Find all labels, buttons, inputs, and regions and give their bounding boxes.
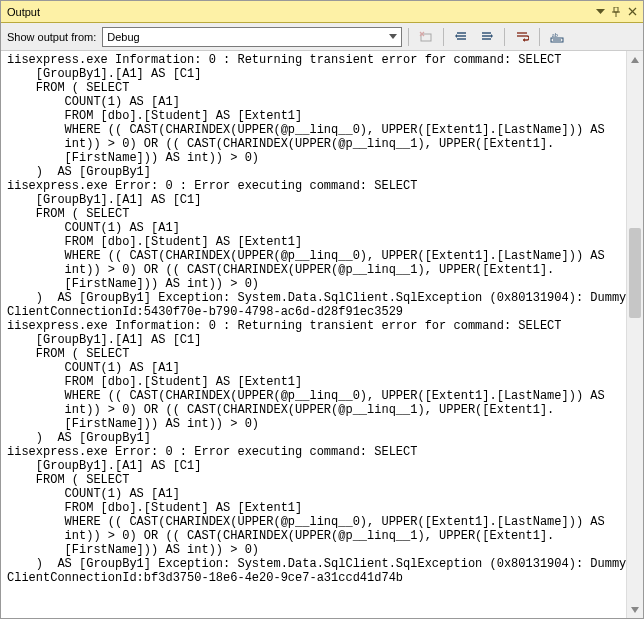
window-title: Output [5,6,593,18]
output-source-selected: Debug [103,31,385,43]
toolbar-separator [504,28,505,46]
scroll-up-icon[interactable] [627,51,643,68]
clear-all-button [415,26,437,48]
pin-icon[interactable] [609,5,623,19]
toolbar-separator [408,28,409,46]
toolbar-separator [539,28,540,46]
output-source-label: Show output from: [7,31,96,43]
scroll-thumb[interactable] [629,228,641,318]
output-settings-button[interactable]: ab [546,26,568,48]
titlebar: Output [1,1,643,23]
indent-left-button[interactable] [450,26,472,48]
svg-rect-0 [614,7,618,12]
svg-text:ab: ab [552,32,558,38]
close-icon[interactable] [625,5,639,19]
scroll-down-icon[interactable] [627,601,643,618]
indent-right-button[interactable] [476,26,498,48]
toolbar-separator [443,28,444,46]
chevron-down-icon [385,28,401,46]
output-content-area: iisexpress.exe Information: 0 : Returnin… [1,51,643,618]
titlebar-controls [593,5,639,19]
toolbar: Show output from: Debug ab [1,23,643,51]
word-wrap-button[interactable] [511,26,533,48]
output-log-text[interactable]: iisexpress.exe Information: 0 : Returnin… [1,51,643,587]
window-position-icon[interactable] [593,5,607,19]
vertical-scrollbar[interactable] [626,51,643,618]
scroll-track[interactable] [627,68,643,601]
output-source-dropdown[interactable]: Debug [102,27,402,47]
